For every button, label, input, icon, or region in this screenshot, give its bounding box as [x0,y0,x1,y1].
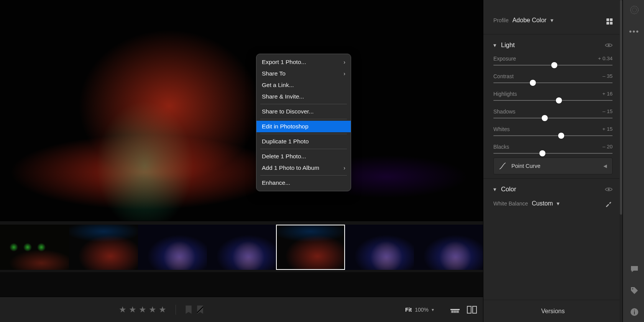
svg-rect-14 [634,311,635,314]
slider-blacks[interactable]: Blacks– 20 [493,144,613,154]
star-icon[interactable]: ★ [119,305,127,315]
menu-item[interactable]: Enhance... [256,177,351,189]
comment-icon[interactable] [630,264,639,274]
thumbnail[interactable] [414,225,483,270]
rating-stars[interactable]: ★ ★ ★ ★ ★ [119,305,167,315]
thumbnail[interactable] [345,225,414,270]
menu-item-label: Edit in Photoshop [262,123,309,130]
profile-row: Profile Adobe Color ▾ [483,0,623,34]
menu-item-label: Share to Discover... [262,108,314,115]
slider-value: – 15 [603,108,613,115]
star-icon[interactable]: ★ [129,305,137,315]
white-balance-value[interactable]: Custom [532,200,553,207]
thumbnail-selected[interactable] [276,225,345,270]
slider-label: Blacks [493,144,509,150]
svg-rect-15 [634,310,635,310]
slider-knob[interactable] [556,97,562,104]
eye-icon[interactable] [605,187,613,192]
menu-item-label: Enhance... [262,179,290,186]
slider-track[interactable] [493,100,613,101]
menu-item[interactable]: Edit in Photoshop [256,121,351,132]
slider-knob[interactable] [542,115,548,121]
profile-label: Profile [493,17,509,23]
slider-highlights[interactable]: Highlights+ 16 [493,91,613,101]
slider-track[interactable] [493,82,613,83]
filmstrip[interactable] [0,221,483,272]
more-icon[interactable]: ••• [630,27,639,36]
app-root: ★ ★ ★ ★ ★ Fit 100% ▾ [0,0,644,322]
eye-icon[interactable] [605,43,613,48]
menu-item[interactable]: Share To› [256,68,351,79]
slider-knob[interactable] [530,80,536,86]
zoom-control[interactable]: Fit 100% ▾ [405,307,434,313]
menu-item-label: Share To [262,70,286,77]
slider-knob[interactable] [539,150,545,156]
chevron-down-icon[interactable]: ▾ [493,42,496,48]
menu-item[interactable]: Add 1 Photo to Album› [256,162,351,174]
svg-point-10 [630,6,638,14]
info-icon[interactable] [630,307,639,317]
chevron-down-icon[interactable]: ▾ [557,200,560,207]
thumbnail[interactable] [0,225,69,270]
histogram-icon[interactable] [450,306,460,314]
slider-contrast[interactable]: Contrast– 35 [493,73,613,83]
bottom-toolbar: ★ ★ ★ ★ ★ Fit 100% ▾ [0,297,483,322]
section-title-color[interactable]: Color [501,186,516,193]
chevron-down-icon[interactable]: ▾ [432,307,434,312]
point-curve-row[interactable]: Point Curve ◀ [493,158,613,174]
menu-item[interactable]: Delete 1 Photo... [256,151,351,162]
menu-item[interactable]: Share to Discover... [256,106,351,117]
svg-point-12 [632,288,633,289]
flag-reject-icon[interactable] [196,306,204,314]
profile-browser-icon[interactable] [606,16,613,25]
slider-knob[interactable] [558,133,564,139]
chevron-right-icon: › [343,165,345,171]
thumbnail[interactable] [69,225,138,270]
slider-whites[interactable]: Whites+ 15 [493,126,613,136]
menu-item[interactable]: Get a Link... [256,79,351,91]
flag-pick-icon[interactable] [184,306,193,314]
panel-scrollbar[interactable] [619,0,623,322]
menu-item[interactable]: Duplicate 1 Photo [256,136,351,147]
chevron-left-icon[interactable]: ◀ [603,163,607,169]
slider-track[interactable] [493,118,613,118]
versions-button[interactable]: Versions [483,300,623,322]
menu-item-label: Export 1 Photo... [262,59,306,66]
slider-track[interactable] [493,153,613,154]
profile-value[interactable]: Adobe Color [513,17,547,24]
slider-exposure[interactable]: Exposure+ 0.34 [493,56,613,66]
tag-icon[interactable] [630,286,639,295]
chevron-down-icon[interactable]: ▾ [493,186,496,192]
star-icon[interactable]: ★ [139,305,147,315]
menu-item-label: Add 1 Photo to Album [262,164,319,171]
flag-group [184,306,204,314]
thumbnail[interactable] [207,225,276,270]
slider-label: Contrast [493,73,514,79]
star-icon[interactable]: ★ [149,305,157,315]
compare-icon[interactable] [467,306,477,314]
context-menu: Export 1 Photo...›Share To›Get a Link...… [256,54,351,191]
lens-blur-icon[interactable] [630,5,639,15]
chevron-down-icon[interactable]: ▾ [550,17,554,23]
photo-preview [0,0,483,221]
slider-track[interactable] [493,135,613,136]
point-curve-label: Point Curve [511,163,540,169]
slider-shadows[interactable]: Shadows– 15 [493,108,613,118]
section-title-light[interactable]: Light [501,41,515,49]
menu-divider [260,149,347,149]
slider-label: Highlights [493,91,517,97]
thumbnail[interactable] [138,225,207,270]
fit-button[interactable]: Fit [405,307,412,313]
slider-knob[interactable] [551,62,557,68]
menu-item-label: Delete 1 Photo... [262,153,306,160]
slider-track[interactable] [493,65,613,66]
image-canvas[interactable] [0,0,483,221]
svg-rect-2 [452,310,453,313]
white-balance-label: White Balance [493,200,528,207]
star-icon[interactable]: ★ [159,305,167,315]
menu-item[interactable]: Export 1 Photo...› [256,56,351,68]
filmstrip-scrollbar[interactable] [0,272,483,276]
eyedropper-icon[interactable] [605,200,613,207]
menu-item[interactable]: Share & Invite... [256,91,351,102]
light-section: ▾ Light Exposure+ 0.34Contrast– 35Highli… [483,34,623,178]
